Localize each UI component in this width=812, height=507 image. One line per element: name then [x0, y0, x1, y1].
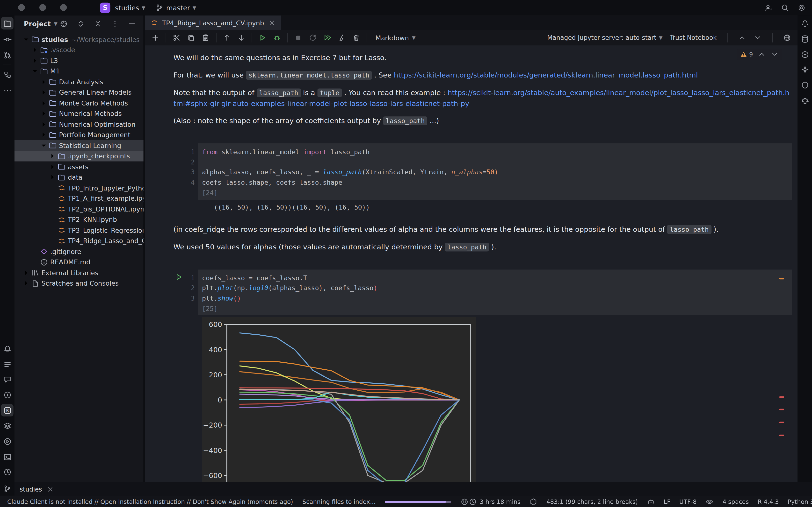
tree-item--gitignore[interactable]: .gitignore — [14, 246, 144, 257]
run-cell-gutter-icon[interactable] — [175, 273, 183, 281]
paste-cell-button[interactable] — [199, 32, 212, 44]
tree-item-assets[interactable]: assets — [14, 162, 144, 172]
locate-file-icon[interactable] — [59, 19, 68, 28]
tool-project-icon[interactable] — [1, 17, 13, 30]
tool-more-icon[interactable] — [1, 84, 13, 97]
tree-item-portfolio-management[interactable]: Portfolio Management — [14, 130, 144, 140]
window-maximize-button[interactable] — [60, 4, 67, 11]
trust-notebook-button[interactable]: Trust Notebook — [670, 34, 717, 41]
tree-item-data-analysis[interactable]: Data Analysis — [14, 76, 144, 87]
chevron-right-icon[interactable] — [48, 162, 57, 171]
chevron-right-icon[interactable] — [48, 173, 57, 181]
tool-dependencies-icon[interactable] — [799, 79, 811, 91]
settings-gear-icon[interactable] — [798, 4, 806, 12]
pause-indexing-icon[interactable] — [461, 498, 469, 506]
tree-item-tp2-bis-optional-ipynb[interactable]: TP2_bis_OPTIONAL.ipynb — [14, 204, 144, 214]
run-all-cells-button[interactable] — [321, 32, 334, 44]
power-save-icon[interactable] — [529, 498, 538, 506]
debug-cell-button[interactable] — [271, 32, 283, 44]
tool-r-graphics-icon[interactable] — [799, 48, 811, 60]
tree-item-general-linear-models[interactable]: General Linear Models — [14, 87, 144, 98]
file-encoding[interactable]: UTF-8 — [679, 498, 697, 506]
code-cell[interactable]: 1from sklearn.linear_model import lasso_… — [198, 144, 792, 200]
notebook-content[interactable]: We will do the same questions as in Exer… — [145, 46, 798, 482]
run-cell-button[interactable] — [256, 32, 269, 44]
tool-services-icon[interactable] — [1, 419, 13, 432]
tool-terminal-icon[interactable] — [1, 451, 13, 463]
notifications-icon[interactable] — [799, 17, 811, 30]
r-interpreter[interactable]: R 4.4.3 — [758, 498, 779, 506]
delete-cell-button[interactable] — [350, 32, 362, 44]
tree-item-statistical-learning[interactable]: Statistical Learning — [14, 140, 144, 151]
tree-item--vscode[interactable]: .vscode — [14, 45, 144, 55]
move-cell-up-button[interactable] — [221, 32, 233, 44]
tree-item-tp2-knn-ipynb[interactable]: TP2_KNN.ipynb — [14, 214, 144, 225]
invite-user-icon[interactable] — [764, 4, 773, 12]
tool-tab-studies[interactable]: studies — [14, 482, 60, 496]
tool-history-icon[interactable] — [1, 466, 13, 478]
chevron-down-icon[interactable] — [39, 141, 48, 150]
notifications-icon[interactable] — [1, 343, 13, 355]
tool-plugins-icon[interactable] — [799, 95, 811, 107]
tree-item-tp3-logistic-regression-an[interactable]: TP3_Logistic_Regression_an — [14, 225, 144, 236]
chevron-right-icon[interactable] — [39, 120, 48, 129]
hide-panel-icon[interactable] — [128, 19, 136, 28]
tool-ai-icon[interactable] — [799, 63, 811, 75]
window-minimize-button[interactable] — [39, 4, 46, 11]
chevron-right-icon[interactable] — [39, 131, 48, 139]
next-cell-icon[interactable] — [754, 34, 762, 42]
tree-item-tp4-ridge-lasso-and-cv-ip[interactable]: TP4_Ridge_Lasso_and_CV.ip — [14, 236, 144, 246]
close-icon[interactable] — [46, 485, 54, 493]
collapse-all-icon[interactable] — [94, 19, 102, 28]
chevron-right-icon[interactable] — [39, 109, 48, 118]
chevron-right-icon[interactable] — [22, 279, 31, 288]
chevron-right-icon[interactable] — [39, 99, 48, 107]
chevron-right-icon[interactable] — [31, 46, 39, 54]
chevron-right-icon[interactable] — [48, 152, 57, 160]
line-ending[interactable]: LF — [664, 498, 671, 506]
stop-kernel-button[interactable] — [292, 32, 305, 44]
panel-options-icon[interactable] — [111, 19, 119, 28]
previous-cell-icon[interactable] — [738, 34, 746, 42]
tab-notebook[interactable]: TP4_Ridge_Lasso_and_CV.ipynb — [145, 15, 281, 30]
add-cell-button[interactable] — [149, 32, 161, 44]
caret-position[interactable]: 483:1 (99 chars, 2 line breaks) — [546, 498, 638, 506]
tool-database-icon[interactable] — [799, 33, 811, 45]
indent-setting[interactable]: 4 spaces — [723, 498, 749, 506]
restart-kernel-button[interactable] — [307, 32, 319, 44]
clear-outputs-button[interactable] — [336, 32, 348, 44]
tool-structure-icon[interactable] — [1, 68, 13, 80]
tool-commit-icon[interactable] — [1, 33, 13, 45]
chevron-right-icon[interactable] — [39, 77, 48, 86]
git-branch-icon[interactable] — [3, 485, 11, 493]
code-cell[interactable]: 1coefs_lasso = coefs_lasso.T2plt.plot(np… — [198, 269, 792, 315]
tree-item-numerical-optimisation[interactable]: Numerical Optimisation — [14, 119, 144, 130]
chevron-down-icon[interactable] — [22, 35, 31, 44]
status-notice[interactable]: Claude Client is not installed // Open I… — [7, 498, 293, 506]
open-in-browser-icon[interactable] — [783, 34, 791, 42]
copilot-icon[interactable] — [647, 498, 655, 506]
tree-item-scratches-and-consoles[interactable]: Scratches and Consoles — [14, 278, 144, 289]
project-switcher[interactable]: studies ▼ — [115, 0, 146, 15]
markdown-link[interactable]: https://scikit-learn.org/stable/modules/… — [394, 71, 698, 79]
search-everywhere-icon[interactable] — [781, 4, 789, 12]
chevron-right-icon[interactable] — [31, 56, 39, 65]
tree-item-studies[interactable]: studies~/Workspace/studies — [14, 34, 144, 45]
tool-pull-requests-icon[interactable] — [1, 49, 13, 61]
chevron-down-icon[interactable] — [31, 67, 39, 75]
previous-problem-icon[interactable] — [758, 50, 766, 58]
expand-all-icon[interactable] — [77, 19, 85, 28]
move-cell-down-button[interactable] — [235, 32, 248, 44]
tool-r-console-icon[interactable]: R — [1, 404, 13, 416]
next-problem-icon[interactable] — [771, 50, 779, 58]
chevron-right-icon[interactable] — [39, 88, 48, 97]
tree-item-tp1-a-first-example-ipynb[interactable]: TP1_A_first_example.ipynb — [14, 193, 144, 204]
tree-item--ipynb-checkpoints[interactable]: .ipynb_checkpoints — [14, 151, 144, 162]
close-icon[interactable] — [268, 18, 276, 27]
reader-mode-icon[interactable] — [705, 498, 714, 506]
tree-item-numerical-methods[interactable]: Numerical Methods — [14, 108, 144, 119]
tool-run-icon[interactable] — [1, 435, 13, 447]
chevron-right-icon[interactable] — [22, 269, 31, 277]
tree-item-monte-carlo-methods[interactable]: Monte Carlo Methods — [14, 98, 144, 108]
inspections-widget[interactable]: 9 — [737, 49, 782, 60]
